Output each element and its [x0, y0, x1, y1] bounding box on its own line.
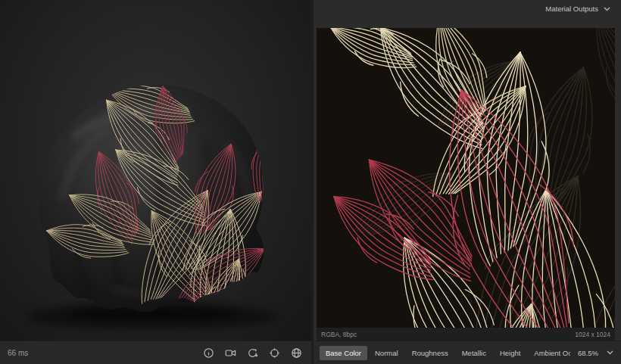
tab-height[interactable]: Height [494, 346, 526, 360]
zoom-level-value[interactable]: 68.5% [573, 347, 603, 359]
tab-metallic[interactable]: Metallic [456, 346, 492, 360]
application-window: 66 ms Material Outputs [0, 0, 621, 364]
zoom-chevron-down-icon[interactable] [603, 346, 616, 359]
camera-icon[interactable] [223, 345, 238, 360]
viewport-toolbar [201, 345, 304, 360]
viewport-statusbar: 66 ms [0, 341, 311, 364]
tab-normal[interactable]: Normal [369, 346, 404, 360]
tab-base-color[interactable]: Base Color [320, 346, 367, 360]
material-outputs-dropdown[interactable]: Material Outputs [542, 2, 613, 14]
render-time-label: 66 ms [8, 349, 28, 357]
texture-format-label: RGBA, 8bpc [321, 331, 357, 338]
texture-resolution-label: 1024 x 1024 [575, 331, 610, 338]
panel-2d: Material Outputs [314, 0, 621, 364]
material-outputs-label: Material Outputs [545, 5, 598, 13]
base-color-texture [317, 28, 615, 328]
rotate-icon[interactable] [245, 345, 260, 360]
globe-icon[interactable] [289, 345, 304, 360]
texture-2d-view[interactable] [317, 28, 615, 328]
info-icon[interactable] [201, 345, 216, 360]
tab-ambient-occlusion[interactable]: Ambient Occlusion [528, 346, 570, 360]
viewport-3d[interactable] [0, 0, 311, 341]
channel-tab-bar: Base Color Normal Roughness Metallic Hei… [314, 341, 621, 364]
channel-tabs: Base Color Normal Roughness Metallic Hei… [320, 346, 570, 360]
cloth-render [0, 0, 311, 341]
target-icon[interactable] [267, 345, 282, 360]
chevron-down-icon [604, 5, 610, 13]
texture-info-row: RGBA, 8bpc 1024 x 1024 [317, 328, 615, 341]
tab-roughness[interactable]: Roughness [406, 346, 454, 360]
